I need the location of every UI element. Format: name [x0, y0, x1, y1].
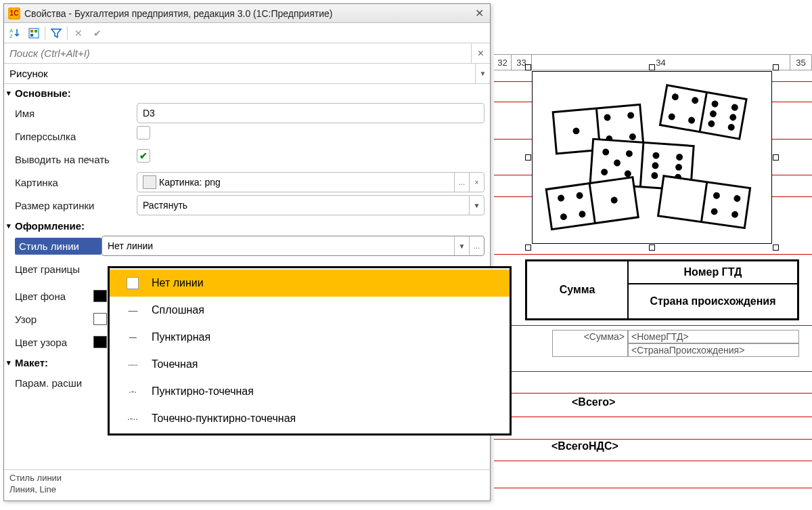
clear-search-button[interactable]: ×	[471, 43, 490, 63]
dd-item-dotdashdot[interactable]: ·-·· Точечно-пунктирно-точечная	[110, 405, 510, 432]
svg-rect-50	[30, 34, 33, 37]
dd-item-dashed-label: Пунктирная	[152, 331, 210, 343]
prop-linestyle: Стиль линии Нет линии ▼ …	[4, 234, 490, 257]
apply-icon: ✔	[89, 25, 106, 41]
bgcolor-swatch[interactable]	[93, 290, 107, 302]
linestyle-dropdown-list[interactable]: Нет линии — Сплошная --- Пунктирная ····…	[108, 266, 512, 435]
pattern-swatch[interactable]	[93, 313, 107, 325]
prop-name: Имя	[4, 102, 490, 125]
section-basic[interactable]: ▾Основные:	[4, 84, 490, 102]
section-layout-label: Макет:	[15, 357, 48, 368]
sort-button[interactable]: AZ	[7, 25, 23, 41]
picture-clear-button[interactable]: ×	[469, 173, 484, 192]
dd-item-dashed[interactable]: --- Пунктирная	[110, 324, 510, 351]
footer-line2: Линия, Line	[9, 484, 484, 496]
prop-hyperlink: Гиперссылка	[4, 125, 490, 148]
window-title: Свойства - Бухгалтерия предприятия, реда…	[24, 8, 472, 19]
footer-line1: Стиль линии	[9, 473, 484, 484]
picture-browse-button[interactable]: …	[454, 173, 469, 192]
toolbar: AZ ✕ ✔	[4, 23, 490, 43]
dd-item-solid-label: Сплошная	[152, 304, 204, 316]
table-header: Сумма Номер ГТД Страна происхождения	[525, 259, 799, 320]
dd-item-dashdot-label: Пунктирно-точечная	[152, 385, 254, 398]
name-input[interactable]	[137, 103, 484, 123]
svg-rect-48	[30, 30, 33, 33]
object-type-dropdown-icon[interactable]: ▼	[475, 64, 490, 83]
prop-picture: Картинка Картинка: png … ×	[4, 171, 490, 194]
total-vat-tag: <ВсегоНДС>	[551, 440, 618, 452]
object-type-row: ▼	[4, 64, 490, 84]
dd-item-dotdashdot-label: Точечно-пунктирно-точечная	[152, 412, 296, 425]
head-sum: Сумма	[526, 261, 628, 319]
prop-bgcolor-label: Цвет фона	[15, 291, 93, 302]
dd-item-none[interactable]: Нет линии	[110, 270, 510, 297]
ph-country: <СтранаПроисхождения>	[628, 343, 799, 357]
col-35[interactable]: 35	[790, 55, 812, 70]
picsize-value[interactable]: Растянуть	[137, 196, 469, 215]
svg-rect-49	[35, 30, 37, 33]
dd-item-solid[interactable]: — Сплошная	[110, 297, 510, 324]
prop-patterncolor-label: Цвет узора	[15, 337, 93, 348]
patterncolor-swatch[interactable]	[93, 336, 107, 348]
app-logo-icon: 1C	[8, 7, 20, 20]
hyperlink-checkbox[interactable]	[137, 126, 150, 140]
section-design-label: Оформление:	[15, 220, 85, 232]
prop-picture-label: Картинка	[15, 177, 137, 188]
search-row: ×	[4, 43, 490, 64]
prop-linestyle-label: Стиль линии	[15, 238, 102, 255]
titlebar: 1C Свойства - Бухгалтерия предприятия, р…	[4, 4, 490, 23]
prop-picsize-label: Размер картинки	[15, 200, 137, 211]
linestyle-value[interactable]: Нет линии	[102, 236, 454, 255]
head-country: Страна происхождения	[628, 284, 798, 319]
prop-print-label: Выводить на печать	[15, 154, 137, 165]
object-type-field[interactable]	[4, 64, 475, 83]
categories-button[interactable]	[26, 25, 42, 41]
dd-item-dotted[interactable]: ····· Точечная	[110, 351, 510, 378]
placeholder-row: <Сумма> <НомерГТД> <СтранаПроисхождения>	[552, 330, 799, 357]
svg-text:Z: Z	[9, 33, 13, 39]
picsize-dropdown-icon[interactable]: ▼	[469, 196, 484, 215]
picture-value-text: Картинка: png	[159, 177, 221, 188]
prop-hyperlink-label: Гиперссылка	[15, 131, 137, 142]
col-32[interactable]: 32	[494, 55, 512, 70]
close-button[interactable]: ✕	[472, 7, 486, 20]
cancel-icon: ✕	[70, 25, 87, 41]
filter-button[interactable]	[48, 25, 64, 41]
search-input[interactable]	[4, 43, 471, 63]
linestyle-dropdown-icon[interactable]: ▼	[454, 236, 469, 255]
picture-value[interactable]: Картинка: png	[137, 173, 454, 192]
picture-thumb-icon	[143, 175, 156, 189]
dd-item-dotted-label: Точечная	[152, 358, 198, 370]
prop-name-label: Имя	[15, 108, 137, 119]
section-design[interactable]: ▾Оформление:	[4, 217, 490, 234]
prop-picsize: Размер картинки Растянуть ▼	[4, 194, 490, 217]
picture-object[interactable]	[532, 71, 772, 244]
print-checkbox[interactable]	[137, 149, 150, 163]
ph-gtd: <НомерГТД>	[628, 330, 799, 343]
status-footer: Стиль линии Линия, Line	[4, 469, 490, 501]
col-34[interactable]: 34	[532, 55, 790, 70]
head-gtd: Номер ГТД	[628, 261, 798, 284]
domino-image	[533, 72, 771, 243]
section-basic-label: Основные:	[15, 87, 71, 99]
total-tag: <Всего>	[572, 396, 615, 408]
ph-sum: <Сумма>	[552, 330, 628, 357]
dd-item-none-label: Нет линии	[152, 277, 204, 289]
spreadsheet-background: 32 33 34 35	[494, 0, 812, 510]
prop-pattern-label: Узор	[15, 314, 93, 325]
dd-item-dashdot[interactable]: ·-· Пунктирно-точечная	[110, 378, 510, 405]
prop-print: Выводить на печать	[4, 148, 490, 171]
linestyle-browse-button[interactable]: …	[469, 236, 484, 255]
